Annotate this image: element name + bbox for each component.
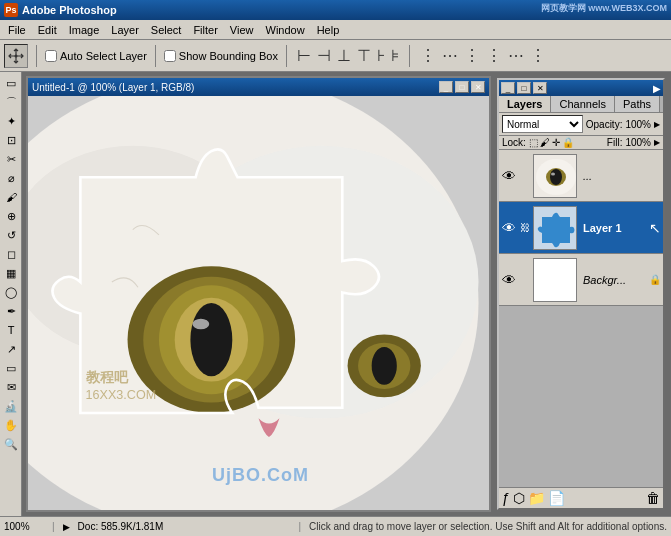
- dist-center-v-icon[interactable]: ⋯: [440, 44, 460, 67]
- tool-shape[interactable]: ▭: [2, 359, 20, 377]
- background-thumb-fill: [534, 259, 576, 301]
- dist-top-icon[interactable]: ⋮: [484, 44, 504, 67]
- layer-visibility-cat[interactable]: 👁: [501, 168, 517, 184]
- layer-thumb-cat: [533, 154, 577, 198]
- layer-name-cat: ...: [579, 170, 661, 182]
- layer-link-layer1: ⛓: [519, 222, 531, 233]
- left-tool-panel: ▭ ⌒ ✦ ⊡ ✂ ⌀ 🖌 ⊕ ↺ ◻ ▦ ◯ ✒ T ↗ ▭ ✉ 🔬 ✋ 🔍: [0, 72, 22, 516]
- auto-select-layer-checkbox[interactable]: Auto Select Layer: [45, 50, 147, 62]
- tool-notes[interactable]: ✉: [2, 378, 20, 396]
- layer-item-background[interactable]: 👁 Backgr... 🔒: [499, 254, 663, 306]
- tool-brush[interactable]: 🖌: [2, 188, 20, 206]
- opacity-arrow[interactable]: ▶: [654, 120, 660, 129]
- menu-bar: File Edit Image Layer Select Filter View…: [0, 20, 671, 40]
- panel-menu-btn[interactable]: ▶: [653, 83, 661, 94]
- opacity-label: Opacity:: [586, 119, 623, 130]
- show-bounding-box-input[interactable]: [164, 50, 176, 62]
- tool-healing[interactable]: ⌀: [2, 169, 20, 187]
- align-center-h-icon[interactable]: ⊦: [375, 44, 387, 67]
- layers-empty-space: [499, 306, 663, 487]
- layer-visibility-background[interactable]: 👁: [501, 272, 517, 288]
- tool-history[interactable]: ↺: [2, 226, 20, 244]
- menu-window[interactable]: Window: [260, 23, 311, 37]
- layers-panel-maximize[interactable]: □: [517, 82, 531, 94]
- menu-layer[interactable]: Layer: [105, 23, 145, 37]
- layer-visibility-layer1[interactable]: 👁: [501, 220, 517, 236]
- tool-marquee[interactable]: ▭: [2, 74, 20, 92]
- canvas-minimize[interactable]: _: [439, 81, 453, 93]
- svg-point-13: [372, 347, 397, 385]
- tool-clone[interactable]: ⊕: [2, 207, 20, 225]
- canvas-close[interactable]: ✕: [471, 81, 485, 93]
- tool-hand[interactable]: ✋: [2, 416, 20, 434]
- canvas-title-bar: Untitled-1 @ 100% (Layer 1, RGB/8) _ □ ✕: [28, 78, 489, 96]
- tool-text[interactable]: T: [2, 321, 20, 339]
- tool-path[interactable]: ↗: [2, 340, 20, 358]
- menu-help[interactable]: Help: [311, 23, 346, 37]
- tool-magic-wand[interactable]: ✦: [2, 112, 20, 130]
- menu-image[interactable]: Image: [63, 23, 106, 37]
- auto-select-layer-label: Auto Select Layer: [60, 50, 147, 62]
- lock-icons: ⬚ 🖌 ✛ 🔒: [529, 137, 574, 148]
- align-bottom-icon[interactable]: ⊧: [389, 44, 401, 67]
- lock-all-icon[interactable]: 🔒: [562, 137, 574, 148]
- tool-gradient[interactable]: ▦: [2, 264, 20, 282]
- tool-zoom[interactable]: 🔍: [2, 435, 20, 453]
- canvas-controls: _ □ ✕: [439, 81, 485, 93]
- status-doc-arrow[interactable]: ▶: [63, 522, 70, 532]
- layer-item-layer1[interactable]: 👁 ⛓ Layer 1 ↖: [499, 202, 663, 254]
- tab-paths[interactable]: Paths: [615, 96, 660, 112]
- right-panel: _ □ ✕ ▶ Layers Channels Paths Normal: [495, 76, 667, 512]
- tool-eraser[interactable]: ◻: [2, 245, 20, 263]
- align-right-icon[interactable]: ⊥: [335, 44, 353, 67]
- align-center-v-icon[interactable]: ⊣: [315, 44, 333, 67]
- tab-layers[interactable]: Layers: [499, 96, 551, 112]
- new-set-button[interactable]: 📁: [528, 490, 545, 506]
- brand-watermark: 网页教学网 www.WEB3X.COM: [541, 2, 667, 15]
- lock-label: Lock:: [502, 137, 526, 148]
- canvas-window: Untitled-1 @ 100% (Layer 1, RGB/8) _ □ ✕: [26, 76, 491, 512]
- delete-layer-button[interactable]: 🗑: [646, 490, 660, 506]
- add-mask-button[interactable]: ⬡: [513, 490, 525, 506]
- lock-transparent-icon[interactable]: ⬚: [529, 137, 538, 148]
- tool-dodge[interactable]: ◯: [2, 283, 20, 301]
- lock-position-icon[interactable]: ✛: [552, 137, 560, 148]
- move-tool-button[interactable]: [4, 44, 28, 68]
- show-bounding-box-checkbox[interactable]: Show Bounding Box: [164, 50, 278, 62]
- dist-center-h-icon[interactable]: ⋯: [506, 44, 526, 67]
- layers-panel-close[interactable]: ✕: [533, 82, 547, 94]
- new-layer-button[interactable]: 📄: [548, 490, 565, 506]
- tool-lasso[interactable]: ⌒: [2, 93, 20, 111]
- menu-view[interactable]: View: [224, 23, 260, 37]
- canvas-content: 教程吧 16XX3.COM UjBO.CoM: [28, 96, 489, 510]
- title-bar: Ps Adobe Photoshop 网页教学网 www.WEB3X.COM: [0, 0, 671, 20]
- tab-channels[interactable]: Channels: [551, 96, 614, 112]
- menu-filter[interactable]: Filter: [187, 23, 223, 37]
- menu-file[interactable]: File: [2, 23, 32, 37]
- tool-pen[interactable]: ✒: [2, 302, 20, 320]
- tool-crop[interactable]: ⊡: [2, 131, 20, 149]
- layers-panel-minimize[interactable]: _: [501, 82, 515, 94]
- align-left-icon[interactable]: ⊢: [295, 44, 313, 67]
- status-zoom: 100%: [4, 521, 44, 532]
- dist-left-icon[interactable]: ⋮: [418, 44, 438, 67]
- canvas-svg: 教程吧 16XX3.COM: [28, 96, 489, 510]
- lock-pixels-icon[interactable]: 🖌: [540, 137, 550, 148]
- dist-bottom-icon[interactable]: ⋮: [528, 44, 548, 67]
- dist-right-icon[interactable]: ⋮: [462, 44, 482, 67]
- auto-select-layer-input[interactable]: [45, 50, 57, 62]
- fill-arrow[interactable]: ▶: [654, 138, 660, 147]
- layer-name-background: Backgr...: [579, 274, 647, 286]
- layers-mode-bar: Normal Multiply Screen Opacity: 100% ▶: [499, 113, 663, 136]
- tool-eyedropper[interactable]: 🔬: [2, 397, 20, 415]
- canvas-maximize[interactable]: □: [455, 81, 469, 93]
- svg-point-21: [192, 319, 209, 329]
- tool-slice[interactable]: ✂: [2, 150, 20, 168]
- add-style-button[interactable]: ƒ: [502, 490, 510, 506]
- blend-mode-select[interactable]: Normal Multiply Screen: [502, 115, 583, 133]
- layer-item-cat[interactable]: 👁 ...: [499, 150, 663, 202]
- status-sep: |: [52, 521, 55, 532]
- align-top-icon[interactable]: ⊤: [355, 44, 373, 67]
- menu-edit[interactable]: Edit: [32, 23, 63, 37]
- menu-select[interactable]: Select: [145, 23, 188, 37]
